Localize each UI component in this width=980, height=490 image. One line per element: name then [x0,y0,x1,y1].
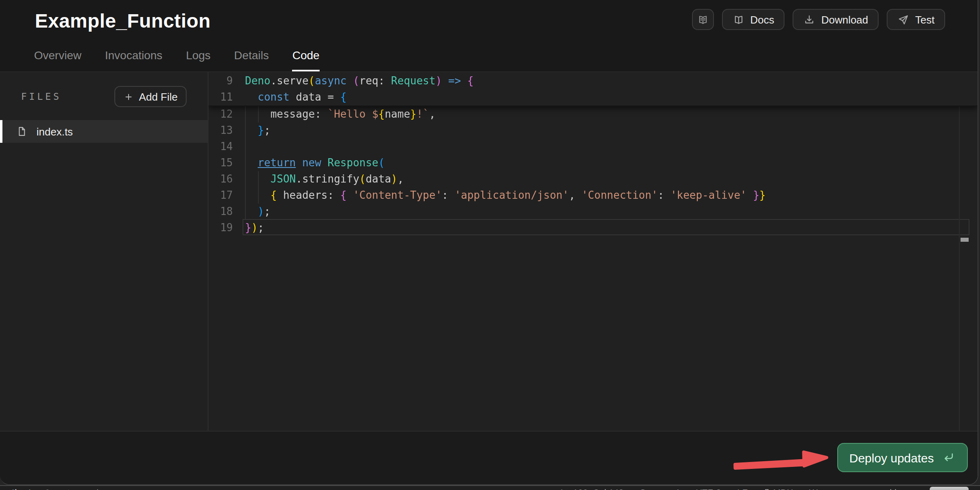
line-content: Deno.serve(async (req: Request) => { [239,73,978,89]
file-icon [16,126,28,137]
error-icon: ⊗ [65,488,72,490]
code-line-17[interactable]: 17 { headers: { 'Content-Type': 'applica… [208,187,978,204]
sync-icon: ⟳ [44,488,52,490]
download-button-label: Download [821,13,868,26]
file-item-index.ts[interactable]: index.ts [0,120,208,143]
overview-ruler[interactable] [959,72,960,431]
status-item-0[interactable]: ⚠0 [94,488,110,490]
enter-key-icon [941,450,956,465]
line-number: 14 [208,139,239,155]
code-line-9[interactable]: 9Deno.serve(async (req: Request) => { [208,73,978,89]
warning-icon: ⚠ [94,488,102,490]
status-item-spaces-4[interactable]: Spaces: 4 [640,488,679,490]
line-content: { headers: { 'Content-Type': 'applicatio… [239,187,978,204]
line-content: }; [239,122,978,139]
add-file-button[interactable]: Add File [115,86,187,107]
files-sidebar: FILES Add File index.ts [0,72,208,431]
status-bar-left: ecting*⟳⊗0⚠0 [2,488,110,490]
overview-ruler-cursor-marker [961,238,969,242]
status-item-text: 0 [75,488,80,490]
tab-invocations[interactable]: Invocations [105,49,163,71]
deploy-updates-label: Deploy updates [849,451,934,464]
send-icon [897,13,909,26]
line-number: 16 [208,171,239,187]
bottom-bar: Deploy updates [0,431,978,485]
app-window: Example_Function DocsDownloadTest Overvi… [0,0,978,485]
test-button-label: Test [915,13,935,26]
status-item-text: Prettier [845,488,873,490]
tab-code[interactable]: Code [292,49,320,71]
line-number: 17 [208,187,239,204]
screen: ecting*⟳⊗0⚠0 Ln 100, Col 142Spaces: 4UTF… [0,0,980,490]
page-header: Example_Function DocsDownloadTest Overvi… [0,0,978,72]
status-item-prettier[interactable]: ✓Prettier [834,488,873,490]
line-content: ); [239,204,978,220]
status-item-ecting-[interactable]: ecting* [2,488,31,490]
book-open-text-icon [696,13,709,26]
tab-overview[interactable]: Overview [34,49,82,71]
page-title: Example_Function [35,10,211,32]
line-content: JSON.stringify(data), [239,171,978,187]
tab-logs[interactable]: Logs [186,49,211,71]
status-item-text: 0 [105,488,110,490]
status-item-text: Ln 100, Col 142 [561,488,623,490]
sticky-scroll-lines[interactable]: 9Deno.serve(async (req: Request) => {11 … [208,72,978,106]
status-item-0[interactable]: ⊗0 [65,488,81,490]
file-name: index.ts [37,125,73,138]
status-item-w[interactable]: W [809,488,818,490]
status-item-text: Spaces: 4 [640,488,679,490]
file-list: index.ts [0,120,208,143]
code-line-14[interactable]: 14 [208,139,978,155]
test-button[interactable]: Test [887,9,945,30]
code-line-12[interactable]: 12 message: `Hello ${name}!`, [208,106,978,122]
status-item-text: MDX [773,488,793,490]
status-item-text: ecting* [2,488,31,490]
line-number: 11 [208,89,239,105]
line-number: 12 [208,106,239,122]
check-icon: ✓ [834,488,841,490]
status-item-utf-8[interactable]: UTF-8 [696,488,721,490]
status-item-mdx[interactable]: {}MDX [764,488,793,490]
download-icon [804,13,816,26]
status-bar-right: Ln 100, Col 142Spaces: 4UTF-8LF{}MDXW✓Pr… [561,488,897,490]
line-number: 15 [208,155,239,171]
add-file-label: Add File [139,90,178,103]
book-open-icon [732,13,744,26]
status-item-ln-100-col-142[interactable]: Ln 100, Col 142 [561,488,623,490]
line-number: 19 [208,220,239,236]
annotation-arrow [733,444,830,470]
status-item-text: W [809,488,818,490]
code-line-13[interactable]: 13 }; [208,122,978,139]
status-item-text: UTF-8 [696,488,721,490]
deploy-updates-button[interactable]: Deploy updates [837,443,968,472]
files-header-row: FILES Add File [0,86,208,107]
line-content: message: `Hello ${name}!`, [239,106,978,122]
code-line-11[interactable]: 11 const data = { [208,89,978,105]
code-line-15[interactable]: 15 return new Response( [208,155,978,171]
line-number: 13 [208,122,239,139]
content-area: FILES Add File index.ts 12 message: `Hel… [0,72,978,431]
header-actions: DocsDownloadTest [692,9,945,30]
line-number: 18 [208,204,239,220]
vscode-status-bar: ecting*⟳⊗0⚠0 Ln 100, Col 142Spaces: 4UTF… [0,485,980,490]
current-line-highlight [243,219,969,235]
code-lines[interactable]: 12 message: `Hello ${name}!`,13 };1415 r… [208,106,978,236]
line-content: return new Response( [239,155,978,171]
tab-details[interactable]: Details [234,49,269,71]
reader-button[interactable] [692,9,714,30]
docs-button-label: Docs [750,13,774,26]
status-item-text: | | [890,488,897,490]
status-item-text: LF [737,488,748,490]
code-editor[interactable]: 12 message: `Hello ${name}!`,13 };1415 r… [208,72,978,431]
docs-button[interactable]: Docs [722,9,784,30]
line-number: 9 [208,73,239,89]
code-line-16[interactable]: 16 JSON.stringify(data), [208,171,978,187]
line-content: const data = { [239,89,978,105]
braces-icon: {} [764,488,770,490]
code-line-18[interactable]: 18 ); [208,204,978,220]
status-item-lf[interactable]: LF [737,488,748,490]
status-item[interactable]: ⟳ [44,488,52,490]
status-item--[interactable]: | | [890,488,897,490]
plus-icon [124,91,134,102]
download-button[interactable]: Download [793,9,879,30]
